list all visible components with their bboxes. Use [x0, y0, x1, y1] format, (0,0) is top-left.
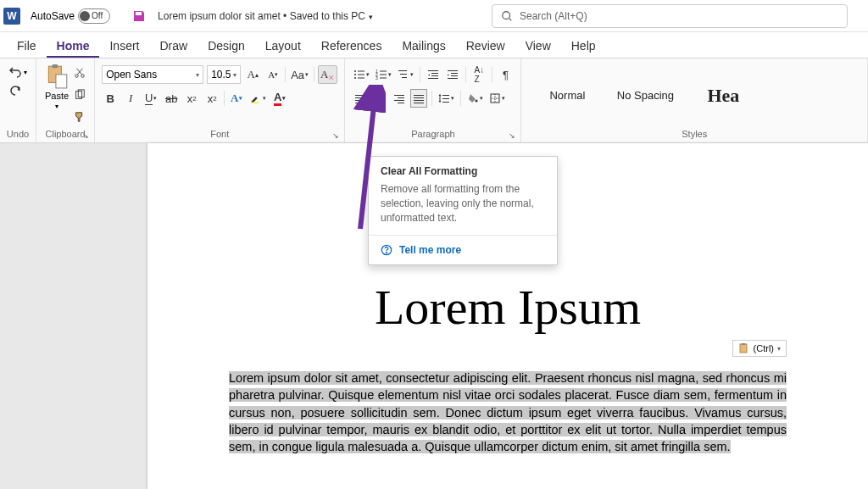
group-styles: Normal No Spacing Hea Styles	[521, 58, 868, 142]
group-undo-label: Undo	[5, 129, 31, 141]
bullets-button[interactable]: ▾	[352, 65, 371, 84]
clear-formatting-button[interactable]: A⨯	[318, 65, 337, 84]
tab-mailings[interactable]: Mailings	[392, 34, 455, 58]
svg-rect-26	[431, 73, 438, 74]
style-heading1[interactable]: Hea	[684, 69, 762, 122]
svg-rect-47	[414, 100, 424, 101]
show-marks-button[interactable]: ¶	[497, 65, 514, 84]
search-icon	[501, 10, 513, 22]
undo-button[interactable]: ▾	[8, 65, 27, 79]
tooltip-title: Clear All Formatting	[369, 157, 557, 182]
tab-layout[interactable]: Layout	[255, 34, 311, 58]
sort-button[interactable]: A↓Z	[470, 65, 487, 84]
svg-rect-24	[402, 77, 407, 78]
svg-point-53	[476, 100, 478, 103]
change-case-button[interactable]: Aa ▾	[289, 65, 310, 84]
navigation-pane[interactable]	[0, 143, 147, 489]
tooltip-clear-formatting: Clear All Formatting Remove all formatti…	[368, 156, 558, 265]
font-color-button[interactable]: A ▾	[271, 89, 288, 108]
svg-rect-43	[394, 100, 404, 101]
group-undo: ▾ Undo	[0, 58, 36, 142]
multilevel-list-button[interactable]: ▾	[396, 65, 415, 84]
style-normal[interactable]: Normal	[528, 69, 606, 122]
document-heading[interactable]: Lorem Ipsum	[229, 279, 787, 336]
paragraph-launcher[interactable]: ↘	[507, 131, 517, 141]
group-font-label: Font	[100, 129, 339, 141]
svg-rect-33	[355, 95, 365, 96]
style-no-spacing[interactable]: No Spacing	[606, 69, 684, 122]
format-painter-button[interactable]	[74, 111, 86, 126]
superscript-button[interactable]: x2	[203, 89, 220, 108]
svg-point-12	[354, 74, 356, 75]
svg-rect-51	[442, 98, 449, 99]
numbering-button[interactable]: 123▾	[374, 65, 393, 84]
tab-insert[interactable]: Insert	[99, 34, 149, 58]
font-size-select[interactable]: 10.5▾	[207, 65, 241, 84]
group-paragraph-label: Paragraph	[350, 129, 515, 141]
search-input[interactable]: Search (Alt+Q)	[492, 4, 848, 28]
svg-rect-45	[414, 95, 424, 96]
tab-help[interactable]: Help	[561, 34, 606, 58]
borders-button[interactable]: ▾	[487, 89, 507, 108]
tab-review[interactable]: Review	[456, 34, 515, 58]
grow-font-button[interactable]: A▴	[244, 65, 261, 84]
redo-button[interactable]	[8, 84, 22, 97]
tab-view[interactable]: View	[515, 34, 561, 58]
save-icon[interactable]	[132, 9, 146, 23]
tooltip-tell-me-more[interactable]: Tell me more	[369, 235, 557, 264]
paste-button[interactable]: Paste ▾	[45, 64, 69, 110]
word-app-icon: W	[3, 8, 20, 25]
tab-draw[interactable]: Draw	[149, 34, 198, 58]
ribbon: ▾ Undo Paste ▾ Clipboard ↘ Op	[0, 58, 868, 143]
svg-text:3: 3	[376, 75, 378, 81]
autosave-control[interactable]: AutoSave Off	[31, 8, 114, 24]
document-paragraph[interactable]: Lorem ipsum dolor sit amet, consectetur …	[229, 370, 787, 455]
group-styles-label: Styles	[526, 129, 862, 141]
paste-options-button[interactable]: (Ctrl) ▾	[732, 340, 787, 357]
underline-button[interactable]: U ▾	[142, 89, 159, 108]
italic-button[interactable]: I	[122, 89, 139, 108]
group-font: Open Sans▾ 10.5▾ A▴ A▾ Aa ▾ A⨯ B I U ▾ a…	[95, 58, 345, 142]
tab-references[interactable]: References	[311, 34, 392, 58]
document-title[interactable]: Lorem ipsum dolor sit amet • Saved to th…	[158, 10, 373, 22]
svg-rect-30	[451, 73, 458, 74]
tab-file[interactable]: File	[7, 34, 47, 58]
svg-rect-28	[428, 78, 438, 79]
tab-design[interactable]: Design	[198, 34, 255, 58]
cut-button[interactable]	[74, 67, 86, 82]
font-launcher[interactable]: ↘	[331, 131, 341, 141]
tab-home[interactable]: Home	[47, 34, 100, 58]
svg-rect-37	[375, 95, 385, 96]
decrease-indent-button[interactable]	[425, 65, 442, 84]
increase-indent-button[interactable]	[444, 65, 461, 84]
align-center-button[interactable]	[371, 89, 388, 108]
svg-rect-41	[394, 95, 404, 96]
autosave-toggle[interactable]: Off	[78, 8, 110, 24]
subscript-button[interactable]: x2	[183, 89, 200, 108]
svg-point-6	[81, 75, 85, 78]
align-right-button[interactable]	[391, 89, 408, 108]
svg-point-0	[503, 11, 510, 19]
font-name-select[interactable]: Open Sans▾	[102, 65, 203, 84]
text-effects-button[interactable]: A ▾	[228, 89, 245, 108]
svg-rect-36	[355, 103, 362, 103]
svg-rect-27	[431, 75, 438, 76]
group-clipboard: Paste ▾ Clipboard ↘	[36, 58, 95, 142]
svg-point-14	[354, 77, 356, 79]
highlight-button[interactable]: ▾	[248, 89, 268, 108]
align-left-button[interactable]	[352, 89, 369, 108]
svg-rect-21	[380, 78, 387, 79]
clipboard-launcher[interactable]: ↘	[81, 131, 91, 141]
copy-button[interactable]	[74, 89, 86, 104]
svg-line-1	[509, 18, 512, 20]
svg-point-60	[386, 253, 387, 253]
strikethrough-button[interactable]: ab	[163, 89, 180, 108]
svg-rect-17	[380, 71, 387, 72]
shrink-font-button[interactable]: A▾	[264, 65, 281, 84]
justify-button[interactable]	[410, 89, 427, 108]
line-spacing-button[interactable]: ▾	[437, 89, 456, 108]
bold-button[interactable]: B	[102, 89, 119, 108]
svg-rect-49	[440, 95, 441, 102]
shading-button[interactable]: ▾	[465, 89, 485, 108]
svg-rect-35	[355, 100, 365, 101]
